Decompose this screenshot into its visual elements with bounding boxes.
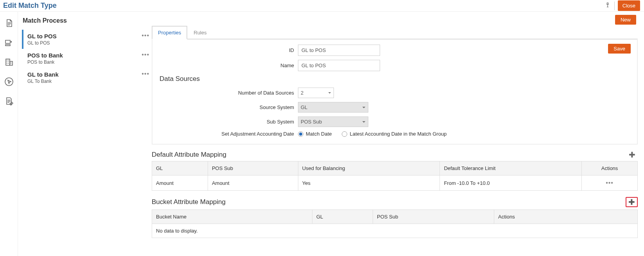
col-pos-sub: POS Sub — [208, 161, 298, 175]
table-header-row: GL POS Sub Used for Balancing Default To… — [152, 161, 638, 175]
col-bucket-name: Bucket Name — [152, 210, 312, 224]
tabs: Properties Rules — [152, 25, 638, 39]
edit-document-icon[interactable] — [4, 96, 14, 106]
cursor-icon[interactable] — [4, 77, 14, 87]
col-gl: GL — [152, 161, 208, 175]
save-button[interactable]: Save — [608, 44, 631, 54]
cell-balancing: Yes — [298, 175, 440, 191]
cell-tolerance: From -10.0 To +10.0 — [440, 175, 582, 191]
sidebar-item-subtitle: GL to POS — [27, 40, 148, 46]
nav-rail — [0, 12, 18, 256]
document-icon[interactable] — [4, 18, 14, 28]
more-icon[interactable]: ••• — [142, 32, 149, 39]
table-header-row: Bucket Name GL POS Sub Actions — [152, 210, 638, 224]
source-system-select[interactable]: GL — [298, 102, 368, 113]
col-gl: GL — [312, 210, 373, 224]
divider — [614, 2, 615, 10]
new-button[interactable]: New — [615, 15, 636, 25]
num-sources-label: Number of Data Sources — [159, 90, 298, 96]
id-input[interactable] — [298, 45, 380, 56]
col-actions: Actions — [494, 210, 638, 224]
sidebar-item-gl-to-pos[interactable]: GL to POS GL to POS ••• — [22, 30, 151, 49]
svg-rect-4 — [10, 61, 13, 65]
close-button[interactable]: Close — [618, 0, 640, 11]
bucket-mapping-table: Bucket Name GL POS Sub Actions No data t… — [152, 209, 638, 238]
more-icon[interactable]: ••• — [142, 70, 149, 77]
sidebar-title: Match Process — [22, 17, 151, 24]
sub-system-label: Sub System — [159, 119, 298, 125]
more-icon[interactable]: ••• — [606, 179, 614, 186]
topbar: Edit Match Type Close — [0, 0, 644, 12]
cell-pos-sub: Amount — [208, 175, 298, 191]
cell-gl: Amount — [152, 175, 208, 191]
source-system-label: Source System — [159, 104, 298, 110]
building-icon[interactable] — [4, 57, 14, 67]
empty-message: No data to display. — [152, 224, 638, 238]
svg-point-0 — [607, 3, 608, 4]
radio-icon — [298, 131, 303, 137]
tab-properties[interactable]: Properties — [152, 26, 187, 39]
radio-match-date[interactable]: Match Date — [298, 131, 332, 137]
name-label: Name — [159, 63, 298, 68]
accessibility-icon[interactable] — [604, 2, 611, 10]
svg-rect-3 — [6, 59, 10, 65]
data-sources-heading: Data Sources — [160, 75, 631, 83]
add-bucket-mapping-button[interactable]: ✚ — [626, 197, 638, 207]
col-tolerance: Default Tolerance Limit — [440, 161, 582, 175]
sidebar: Match Process GL to POS GL to POS ••• PO… — [18, 12, 151, 256]
sidebar-item-pos-to-bank[interactable]: POS to Bank POS to Bank ••• — [22, 49, 151, 68]
topbar-right: Close — [604, 0, 640, 11]
sidebar-item-gl-to-bank[interactable]: GL to Bank GL To Bank ••• — [22, 68, 151, 87]
svg-rect-2 — [5, 45, 10, 46]
radio-label: Latest Accounting Date in the Match Grou… — [350, 131, 447, 137]
id-label: ID — [159, 47, 298, 53]
sidebar-item-subtitle: GL To Bank — [27, 79, 148, 84]
sidebar-item-title: GL to Bank — [27, 71, 148, 78]
default-mapping-table: GL POS Sub Used for Balancing Default To… — [152, 161, 638, 191]
col-balancing: Used for Balancing — [298, 161, 440, 175]
tab-rules[interactable]: Rules — [187, 26, 213, 39]
default-mapping-title: Default Attribute Mapping — [152, 151, 226, 159]
name-input[interactable] — [298, 60, 380, 71]
cell-actions: ••• — [582, 175, 638, 191]
sidebar-item-subtitle: POS to Bank — [27, 59, 148, 65]
radio-icon — [342, 131, 347, 137]
radio-latest-accounting-date[interactable]: Latest Accounting Date in the Match Grou… — [342, 131, 447, 137]
bucket-mapping-title: Bucket Attribute Mapping — [152, 198, 226, 206]
col-actions: Actions — [582, 161, 638, 175]
radio-label: Match Date — [306, 131, 332, 137]
properties-panel: Save ID Name Data Sources Number of Data… — [152, 39, 638, 145]
main-panel: New Properties Rules Save ID Name Data S… — [151, 12, 644, 256]
more-icon[interactable]: ••• — [142, 51, 149, 58]
page-title: Edit Match Type — [2, 2, 57, 10]
bucket-mapping-section: Bucket Attribute Mapping ✚ Bucket Name G… — [152, 197, 638, 238]
col-pos-sub: POS Sub — [373, 210, 494, 224]
sidebar-item-title: GL to POS — [27, 33, 148, 39]
export-icon[interactable] — [4, 38, 14, 48]
table-row: Amount Amount Yes From -10.0 To +10.0 ••… — [152, 175, 638, 191]
add-default-mapping-button[interactable]: ✚ — [626, 151, 638, 159]
table-empty-row: No data to display. — [152, 224, 638, 238]
svg-rect-1 — [5, 40, 10, 43]
adjustment-date-label: Set Adjustment Accounting Date — [159, 131, 298, 137]
sidebar-item-title: POS to Bank — [27, 52, 148, 59]
num-sources-select[interactable]: 2 — [298, 88, 334, 98]
default-mapping-section: Default Attribute Mapping ✚ GL POS Sub U… — [152, 151, 638, 191]
sub-system-select[interactable]: POS Sub — [298, 116, 368, 127]
